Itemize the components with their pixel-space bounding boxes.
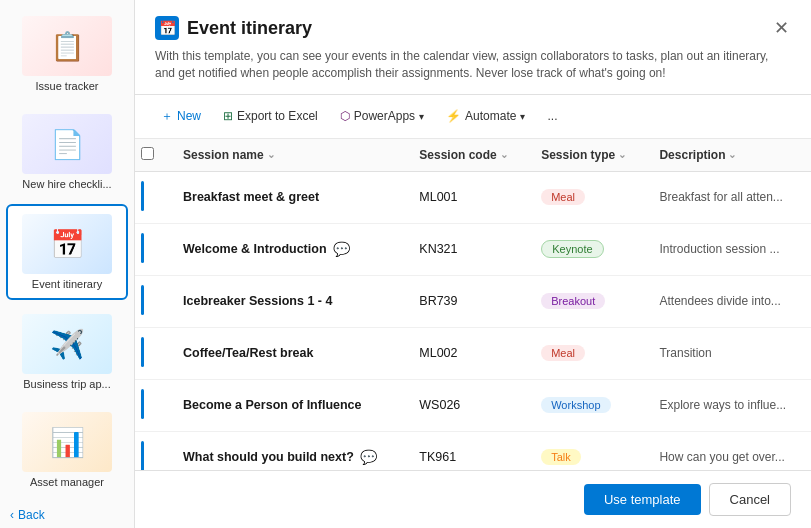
session-name-text: What should you build next? 💬 [183,449,395,465]
row-indicator [141,389,144,419]
sidebar-item-asset-manager[interactable]: Asset manager [6,404,128,496]
col-session-code-label: Session code [419,148,496,162]
cancel-button[interactable]: Cancel [709,483,791,516]
sort-description[interactable]: Description ⌄ [659,148,736,162]
row-checkbox-cell [135,171,171,223]
row-checkbox-cell [135,327,171,379]
row-session-name[interactable]: Coffee/Tea/Rest break [171,327,407,379]
sessions-table-container[interactable]: Session name ⌄ Session code ⌄ Session ty… [135,139,811,470]
sidebar-thumbnail-newhire [22,114,112,174]
row-indicator [141,285,144,315]
session-type-badge: Keynote [541,240,603,258]
powerapps-icon: ⬡ [340,109,350,123]
row-session-name[interactable]: Welcome & Introduction 💬 [171,223,407,275]
session-type-badge: Breakout [541,293,605,309]
row-checkbox-cell [135,223,171,275]
sort-session-name[interactable]: Session name ⌄ [183,148,275,162]
row-description: Transition [647,327,811,379]
export-excel-button[interactable]: ⊞ Export to Excel [213,104,328,128]
session-name-text: Coffee/Tea/Rest break [183,346,395,360]
sidebar-thumbnail-business [22,314,112,374]
sort-session-code[interactable]: Session code ⌄ [419,148,507,162]
select-all-checkbox[interactable] [141,147,154,160]
table-row[interactable]: Breakfast meet & greet ML001 Meal Breakf… [135,171,811,223]
col-session-name: Session name ⌄ [171,139,407,172]
back-button[interactable]: ‹ Back [6,502,128,528]
session-type-badge: Talk [541,449,581,465]
back-chevron-icon: ‹ [10,508,14,522]
row-indicator [141,337,144,367]
row-session-type: Meal [529,327,647,379]
close-button[interactable]: ✕ [767,14,795,42]
sidebar-item-event-itinerary[interactable]: Event itinerary [6,204,128,300]
automate-label: Automate [465,109,516,123]
row-session-code: ML002 [407,327,529,379]
sidebar-thumbnail-issue [22,16,112,76]
sort-session-type[interactable]: Session type ⌄ [541,148,626,162]
chat-icon: 💬 [333,241,350,257]
row-session-name[interactable]: Icebreaker Sessions 1 - 4 [171,275,407,327]
session-type-badge: Meal [541,345,585,361]
footer: Use template Cancel [135,470,811,528]
row-checkbox-cell [135,275,171,327]
col-session-name-label: Session name [183,148,264,162]
sidebar-thumbnail-event [22,214,112,274]
row-session-name[interactable]: Breakfast meet & greet [171,171,407,223]
row-session-type: Workshop [529,379,647,431]
more-icon: ... [547,109,557,123]
row-description: Breakfast for all atten... [647,171,811,223]
row-session-type: Keynote [529,223,647,275]
more-options-button[interactable]: ... [537,104,567,128]
session-name-text: Welcome & Introduction 💬 [183,241,395,257]
session-type-badge: Workshop [541,397,610,413]
description-text: Introduction session ... [659,242,779,256]
main-panel: 📅 Event itinerary ✕ With this template, … [135,0,811,528]
use-template-button[interactable]: Use template [584,484,701,515]
row-session-name[interactable]: What should you build next? 💬 [171,431,407,470]
sort-arrow-session: ⌄ [267,149,275,160]
session-name-text: Breakfast meet & greet [183,190,395,204]
sidebar-item-issue-tracker[interactable]: Issue tracker [6,8,128,100]
automate-chevron-icon: ▾ [520,111,525,122]
sidebar-item-new-hire[interactable]: New hire checkli... [6,106,128,198]
table-row[interactable]: Icebreaker Sessions 1 - 4 BR739 Breakout… [135,275,811,327]
row-session-type: Meal [529,171,647,223]
row-session-type: Breakout [529,275,647,327]
description-text: How can you get over... [659,450,784,464]
plus-icon: ＋ [161,108,173,125]
powerapps-button[interactable]: ⬡ PowerApps ▾ [330,104,434,128]
table-row[interactable]: What should you build next? 💬 TK961 Talk… [135,431,811,470]
session-name-text: Icebreaker Sessions 1 - 4 [183,294,395,308]
sort-arrow-desc: ⌄ [728,149,736,160]
sort-arrow-code: ⌄ [500,149,508,160]
row-session-name[interactable]: Become a Person of Influence [171,379,407,431]
powerapps-label: PowerApps [354,109,415,123]
automate-icon: ⚡ [446,109,461,123]
sessions-table: Session name ⌄ Session code ⌄ Session ty… [135,139,811,470]
col-checkbox [135,139,171,172]
row-description: Explore ways to influe... [647,379,811,431]
row-session-type: Talk [529,431,647,470]
row-session-code: WS026 [407,379,529,431]
table-row[interactable]: Welcome & Introduction 💬 KN321 Keynote I… [135,223,811,275]
excel-icon: ⊞ [223,109,233,123]
new-button[interactable]: ＋ New [151,103,211,130]
row-session-code: BR739 [407,275,529,327]
row-indicator [141,441,144,470]
automate-button[interactable]: ⚡ Automate ▾ [436,104,535,128]
row-indicator [141,233,144,263]
sidebar-label-event: Event itinerary [32,278,102,290]
chat-icon: 💬 [360,449,377,465]
table-row[interactable]: Become a Person of Influence WS026 Works… [135,379,811,431]
description-text: Explore ways to influe... [659,398,786,412]
row-session-code: KN321 [407,223,529,275]
col-description: Description ⌄ [647,139,811,172]
sort-arrow-type: ⌄ [618,149,626,160]
sidebar-item-business-trip[interactable]: Business trip ap... [6,306,128,398]
sidebar-label-issue: Issue tracker [36,80,99,92]
table-row[interactable]: Coffee/Tea/Rest break ML002 Meal Transit… [135,327,811,379]
description-text: Breakfast for all atten... [659,190,782,204]
row-indicator [141,181,144,211]
row-description: Introduction session ... [647,223,811,275]
sidebar: Issue tracker New hire checkli... Event … [0,0,135,528]
